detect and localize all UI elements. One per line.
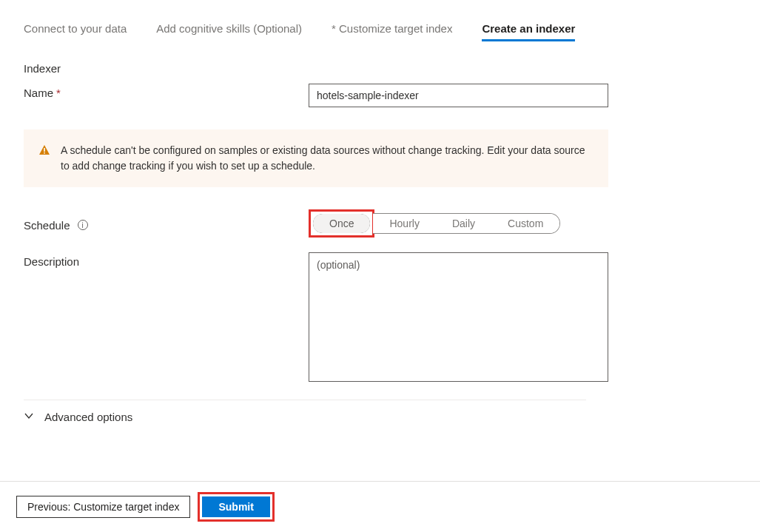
warning-icon: [38, 144, 50, 158]
description-textarea[interactable]: [309, 252, 608, 382]
wizard-footer: Previous: Customize target index Submit: [0, 481, 760, 532]
name-label: Name *: [24, 84, 309, 99]
required-asterisk: *: [56, 87, 61, 99]
chevron-down-icon: [24, 411, 34, 423]
submit-highlight-box: Submit: [198, 492, 274, 522]
tab-cognitive-skills[interactable]: Add cognitive skills (Optional): [156, 22, 302, 41]
schedule-option-hourly[interactable]: Hourly: [373, 214, 435, 233]
advanced-options-label: Advanced options: [44, 411, 132, 423]
schedule-label-text: Schedule: [24, 219, 70, 232]
schedule-pill-group: Once: [313, 214, 370, 233]
schedule-highlight-box: Once: [309, 209, 374, 238]
name-input[interactable]: [309, 84, 608, 107]
warning-text: A schedule can't be configured on sample…: [61, 143, 593, 174]
schedule-option-custom[interactable]: Custom: [491, 214, 559, 233]
tab-customize-index[interactable]: * Customize target index: [332, 22, 452, 41]
tab-connect-data[interactable]: Connect to your data: [24, 22, 127, 41]
svg-rect-1: [44, 152, 45, 154]
schedule-option-once[interactable]: Once: [313, 214, 370, 233]
schedule-label: Schedule i: [24, 216, 309, 232]
name-label-text: Name: [24, 87, 53, 99]
previous-button[interactable]: Previous: Customize target index: [16, 496, 190, 518]
wizard-tabs: Connect to your data Add cognitive skill…: [24, 22, 736, 41]
schedule-warning: A schedule can't be configured on sample…: [24, 129, 608, 187]
schedule-option-daily[interactable]: Daily: [436, 214, 491, 233]
advanced-options-toggle[interactable]: Advanced options: [24, 400, 586, 423]
section-title-indexer: Indexer: [24, 62, 736, 75]
submit-button[interactable]: Submit: [202, 496, 269, 517]
svg-rect-0: [44, 148, 45, 152]
schedule-pill-group-rest: Hourly Daily Custom: [373, 213, 560, 234]
description-label: Description: [24, 252, 309, 268]
info-icon[interactable]: i: [78, 220, 88, 230]
tab-create-indexer[interactable]: Create an indexer: [482, 22, 575, 41]
